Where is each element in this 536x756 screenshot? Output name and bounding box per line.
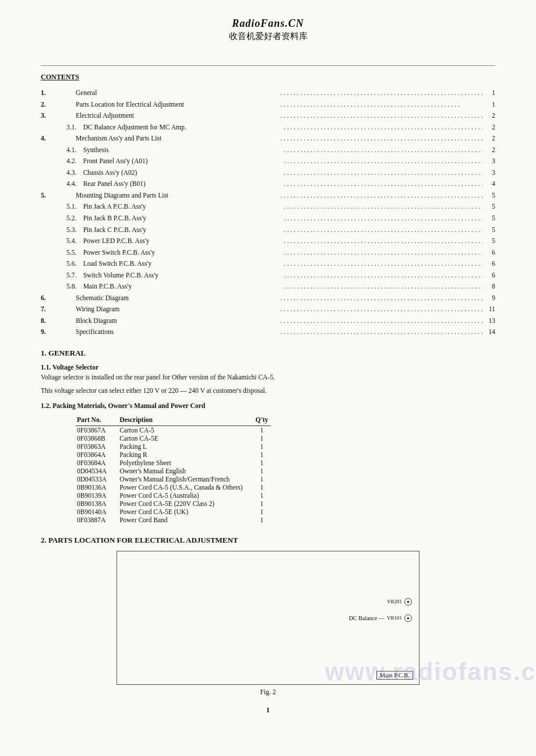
toc-page-4-2: 3 [482, 156, 495, 167]
vr201-icon: ● [404, 598, 412, 606]
toc-sub2-4-2: 2. [72, 156, 83, 167]
table-row: 0D04534A Owner's Manual English 1 [76, 467, 271, 475]
part-no: 0F03684A [76, 459, 118, 467]
toc-dots-4: . . . . . . . . . . . . . . . . . . . . … [280, 133, 482, 145]
part-no: 0F03863A [76, 442, 118, 451]
fig-dc-balance-area: DC Balance — VR101 ● [349, 614, 412, 622]
toc-label-3: Electrical Adjustment [76, 110, 280, 122]
toc-row-5-1: 5. 1. Pin Jack A P.C.B. Ass'y . . . . . … [41, 201, 495, 213]
part-no: 0F03867A [76, 426, 118, 434]
part-qty: 1 [255, 459, 271, 467]
toc-label-3-1: DC Balance Adjustment for MC Amp. [83, 122, 284, 133]
vr101-icon: ● [404, 614, 412, 622]
toc-sub1-4-1: 4. [52, 145, 72, 156]
toc-page-4-4: 4 [482, 178, 495, 190]
toc-dots-3: . . . . . . . . . . . . . . . . . . . . … [280, 110, 482, 122]
part-qty: 1 [255, 451, 271, 459]
toc-row-2: 2. Parts Location for Electrical Adjustm… [41, 99, 495, 111]
part-no: 0B90138A [76, 500, 118, 508]
toc-page-5: 5 [482, 190, 495, 202]
part-desc: Carton CA-5 [118, 426, 254, 434]
toc-row-5-8: 5. 8. Main P.C.B. Ass'y . . . . . . . . … [41, 281, 495, 293]
page: RadioFans.CN 收音机爱好者资料库 CONTENTS 1. Gener… [0, 0, 536, 756]
part-no: 0B90139A [76, 491, 118, 500]
page-header: RadioFans.CN 收音机爱好者资料库 [41, 17, 495, 48]
toc-label-2: Parts Location for Electrical Adjustment [76, 99, 280, 111]
toc-sub1-3-1: 3. [52, 122, 72, 133]
section1-heading: 1. GENERAL [41, 349, 495, 358]
toc-row-6: 6. Schematic Diagram . . . . . . . . . .… [41, 293, 495, 304]
toc-label-1: General [76, 87, 280, 99]
toc-label-4-2: Front Panel Ass'y (A01) [83, 156, 284, 167]
header-divider [41, 65, 495, 66]
part-desc: Carton CA-5E [118, 434, 254, 442]
part-no: 0F03887A [76, 516, 118, 524]
part-desc: Power Cord CA-5 (Australia) [118, 491, 254, 500]
table-row: 0D04533A Owner's Manual English/German/F… [76, 475, 271, 483]
toc-dots-5: . . . . . . . . . . . . . . . . . . . . … [280, 190, 482, 202]
table-row: 0B90140A Power Cord CA-5E (UK) 1 [76, 508, 271, 516]
part-qty: 1 [255, 516, 271, 524]
toc-page-4: 2 [482, 133, 495, 145]
part-no: 0F03864A [76, 451, 118, 459]
table-row: 0F03864A Packing R 1 [76, 451, 271, 459]
toc-dots-4-3: . . . . . . . . . . . . . . . . . . . . … [284, 167, 482, 179]
fig-caption: Fig. 2 [41, 688, 495, 695]
toc-dots-4-4: . . . . . . . . . . . . . . . . . . . . … [284, 178, 482, 190]
header-subtitle: 收音机爱好者资料库 [41, 31, 495, 42]
toc-num-5: 5. [41, 190, 52, 202]
part-qty: 1 [255, 426, 271, 434]
part-desc: Power Cord CA-5E (220V Class 2) [118, 500, 254, 508]
toc-sub2-4-3: 3. [72, 167, 83, 179]
part-desc: Packing L [118, 442, 254, 451]
contents-heading: CONTENTS [41, 73, 495, 82]
part-no: 0D04533A [76, 475, 118, 483]
toc-label-4-1: Synthesis [83, 145, 284, 156]
sub1-text2: This voltage selector can select either … [41, 386, 495, 396]
table-row: 0B90136A Power Cord CA-5 (U.S.A., Canada… [76, 483, 271, 491]
toc-row-5-4: 5. 4. Power LED P.C.B. Ass'y . . . . . .… [41, 235, 495, 247]
toc-page-3-1: 2 [482, 122, 495, 133]
fig-vr201-label: VR201 ● [387, 598, 412, 606]
vr201-text: VR201 [387, 599, 402, 604]
page-number: 1 [41, 706, 495, 715]
col-qty: Q'ty [255, 415, 271, 426]
part-qty: 1 [255, 491, 271, 500]
toc-dots-1: . . . . . . . . . . . . . . . . . . . . … [280, 87, 482, 99]
part-qty: 1 [255, 442, 271, 451]
toc-row-7: 7. Wiring Diagram . . . . . . . . . . . … [41, 304, 495, 315]
toc-sub2-4-4: 4. [72, 178, 83, 190]
toc-row-5-2: 5. 2. Pin Jack B P.C.B. Ass'y . . . . . … [41, 213, 495, 224]
toc-dots-3-1: . . . . . . . . . . . . . . . . . . . . … [284, 122, 482, 133]
toc-dots-4-2: . . . . . . . . . . . . . . . . . . . . … [284, 156, 482, 167]
part-desc: Owner's Manual English/German/French [118, 475, 254, 483]
toc-label-4-3: Chassis Ass'y (A02) [83, 167, 284, 179]
vr101-text: VR101 [387, 615, 402, 621]
toc-page-3: 2 [482, 110, 495, 122]
toc-row-4-1: 4. 1. Synthesis . . . . . . . . . . . . … [41, 145, 495, 156]
table-row: 0F03868B Carton CA-5E 1 [76, 434, 271, 442]
part-qty: 1 [255, 475, 271, 483]
col-desc: Description [118, 415, 254, 426]
toc-sub1-4-4: 4. [52, 178, 72, 190]
part-desc: Polyethylene Sheet [118, 459, 254, 467]
toc-page-2: 1 [482, 99, 495, 111]
toc-page-4-1: 2 [482, 145, 495, 156]
toc-page-4-3: 3 [482, 167, 495, 179]
mainpcb-text: Main P.C.B. [380, 672, 410, 678]
part-desc: Power Cord CA-5E (UK) [118, 508, 254, 516]
toc-label-4: Mechanism Ass'y and Parts List [76, 133, 280, 145]
toc-row-1: 1. General . . . . . . . . . . . . . . .… [41, 87, 495, 99]
toc-row-5-7: 5. 7. Switch Volume P.C.B. Ass'y . . . .… [41, 270, 495, 282]
toc-row-3-1: 3. 1. DC Balance Adjustment for MC Amp. … [41, 122, 495, 133]
toc-dots-4-1: . . . . . . . . . . . . . . . . . . . . … [284, 145, 482, 156]
toc: 1. General . . . . . . . . . . . . . . .… [41, 87, 495, 338]
toc-row-4-3: 4. 3. Chassis Ass'y (A02) . . . . . . . … [41, 167, 495, 179]
toc-num-1: 1. [41, 87, 52, 99]
fig-mainpcb-label: Main P.C.B. [376, 671, 413, 680]
header-title: RadioFans.CN [41, 17, 495, 30]
toc-dots-2: . . . . . . . . . . . . . . . . . . . . … [280, 99, 482, 111]
toc-row-4: 4. Mechanism Ass'y and Parts List . . . … [41, 133, 495, 145]
part-qty: 1 [255, 483, 271, 491]
table-row: 0B90139A Power Cord CA-5 (Australia) 1 [76, 491, 271, 500]
